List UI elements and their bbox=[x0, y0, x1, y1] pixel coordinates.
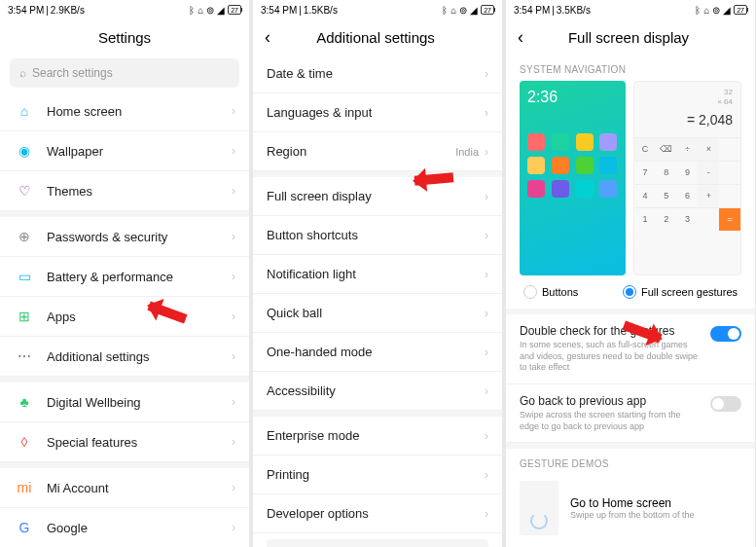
navigation-radio-group: Buttons Full screen gestures bbox=[506, 275, 755, 309]
chevron-right-icon: › bbox=[485, 106, 488, 120]
item-label: Google bbox=[47, 521, 232, 535]
back-button[interactable]: ‹ bbox=[265, 27, 270, 48]
app-icon bbox=[599, 157, 617, 174]
demo-title: Go to Home screen bbox=[570, 496, 695, 510]
back-button[interactable]: ‹ bbox=[518, 27, 523, 48]
page-title: Full screen display bbox=[531, 29, 726, 46]
settings-item[interactable]: ⋯Additional settings› bbox=[0, 337, 249, 377]
cast-icon: ⌂ bbox=[703, 5, 709, 16]
chevron-right-icon: › bbox=[485, 384, 488, 398]
app-icon bbox=[552, 157, 569, 174]
chevron-right-icon: › bbox=[485, 307, 488, 320]
item-icon: ♣ bbox=[14, 394, 35, 410]
settings-item[interactable]: Enterprise mode› bbox=[253, 417, 502, 456]
wifi-icon: ⊚ bbox=[712, 5, 720, 16]
bluetooth-icon: ᛒ bbox=[189, 5, 195, 16]
settings-item[interactable]: ◉Wallpaper› bbox=[0, 131, 249, 171]
item-label: Full screen display bbox=[267, 189, 485, 203]
item-label: Special features bbox=[47, 435, 232, 450]
settings-item[interactable]: GGoogle› bbox=[0, 508, 249, 547]
radio-buttons[interactable]: Buttons bbox=[523, 285, 578, 299]
chevron-right-icon: › bbox=[232, 435, 235, 449]
chevron-right-icon: › bbox=[485, 268, 488, 281]
app-icon bbox=[527, 133, 545, 151]
signal-icon: ◢ bbox=[723, 5, 731, 16]
search-input[interactable]: ⌕ Search settings bbox=[10, 58, 239, 88]
radio-full-screen-gestures[interactable]: Full screen gestures bbox=[623, 285, 738, 299]
cast-icon: ⌂ bbox=[198, 5, 203, 16]
item-label: Apps bbox=[47, 310, 232, 324]
header: ‹ Full screen display bbox=[506, 19, 755, 55]
app-icon bbox=[552, 180, 569, 198]
chevron-right-icon: › bbox=[232, 521, 235, 534]
item-label: Wallpaper bbox=[47, 144, 232, 159]
settings-item[interactable]: Accessibility› bbox=[253, 372, 502, 411]
chevron-right-icon: › bbox=[485, 229, 488, 242]
demo-subtitle: Swipe up from the bottom of the bbox=[570, 510, 695, 520]
header: Settings bbox=[0, 19, 249, 55]
setting-title: Double check for the gestures bbox=[520, 324, 741, 338]
settings-item[interactable]: ⊕Passwords & security› bbox=[0, 217, 249, 257]
status-bar: 3:54 PM|3.5KB/s ᛒ⌂⊚◢27 bbox=[506, 0, 755, 19]
item-icon: ⊞ bbox=[14, 309, 35, 324]
cast-icon: ⌂ bbox=[450, 5, 456, 16]
settings-item[interactable]: Languages & input› bbox=[253, 93, 502, 132]
settings-item[interactable]: Full screen display› bbox=[253, 177, 502, 216]
app-icon bbox=[527, 157, 545, 174]
page-title: Settings bbox=[12, 29, 237, 46]
buttons-preview[interactable]: 2:36 bbox=[520, 81, 626, 275]
wifi-icon: ⊚ bbox=[459, 5, 467, 16]
item-icon: ♡ bbox=[14, 183, 35, 199]
chevron-right-icon: › bbox=[232, 270, 235, 283]
item-label: Additional settings bbox=[47, 349, 232, 364]
settings-item[interactable]: Developer options› bbox=[253, 494, 502, 533]
settings-item[interactable]: Button shortcuts› bbox=[253, 216, 502, 255]
wifi-icon: ⊚ bbox=[206, 5, 214, 16]
item-label: Notification light bbox=[267, 267, 485, 281]
settings-item[interactable]: Notification light› bbox=[253, 255, 502, 294]
settings-item[interactable]: One-handed mode› bbox=[253, 333, 502, 372]
app-icon bbox=[552, 133, 569, 151]
item-label: Printing bbox=[267, 467, 485, 482]
item-label: One-handed mode bbox=[267, 345, 485, 359]
settings-item[interactable]: ♡Themes› bbox=[0, 171, 249, 211]
navigation-preview-row: 2:36 32× 64 = 2,048 C⌫÷× 789- 456+ 123 = bbox=[506, 81, 755, 275]
item-icon: ⌂ bbox=[14, 103, 35, 119]
battery-icon: 27 bbox=[481, 5, 494, 15]
item-label: Battery & performance bbox=[47, 270, 232, 284]
gestures-preview[interactable]: 32× 64 = 2,048 C⌫÷× 789- 456+ 123 = bbox=[633, 81, 741, 275]
page-title: Additional settings bbox=[278, 29, 473, 46]
chevron-right-icon: › bbox=[485, 429, 488, 443]
settings-item[interactable]: Date & time› bbox=[253, 55, 502, 93]
settings-item[interactable]: miMi Account› bbox=[0, 468, 249, 508]
setting-subtitle: Swipe across the screen starting from th… bbox=[520, 410, 741, 432]
settings-item[interactable]: RegionIndia› bbox=[253, 132, 502, 171]
radio-icon bbox=[623, 285, 636, 299]
chevron-right-icon: › bbox=[232, 230, 235, 243]
bluetooth-icon: ᛒ bbox=[442, 5, 448, 16]
chevron-right-icon: › bbox=[485, 145, 488, 159]
settings-item[interactable]: ◊Special features› bbox=[0, 422, 249, 462]
item-value: India bbox=[455, 146, 479, 158]
item-label: Home screen bbox=[47, 104, 232, 119]
settings-item[interactable]: Printing› bbox=[253, 456, 502, 494]
settings-item[interactable]: ⊞Apps› bbox=[0, 297, 249, 337]
chevron-right-icon: › bbox=[232, 481, 235, 494]
toggle-switch[interactable] bbox=[710, 326, 741, 342]
header: ‹ Additional settings bbox=[253, 19, 502, 55]
toggle-switch[interactable] bbox=[710, 396, 741, 412]
settings-item[interactable]: ▭Battery & performance› bbox=[0, 257, 249, 297]
settings-item[interactable]: ⌂Home screen› bbox=[0, 91, 249, 131]
item-icon: G bbox=[14, 520, 35, 535]
settings-item[interactable]: Quick ball› bbox=[253, 294, 502, 333]
item-label: Digital Wellbeing bbox=[47, 395, 232, 410]
gesture-demo-item[interactable]: Go to Home screen Swipe up from the bott… bbox=[520, 481, 741, 535]
demo-thumbnail bbox=[520, 481, 558, 535]
settings-item[interactable]: ♣Digital Wellbeing› bbox=[0, 383, 249, 422]
item-icon: ⊕ bbox=[14, 229, 35, 244]
item-label: Passwords & security bbox=[47, 230, 232, 244]
bluetooth-icon: ᛒ bbox=[695, 5, 701, 16]
setting-subtitle: In some scenes, such as full-screen game… bbox=[520, 340, 741, 374]
item-icon: mi bbox=[14, 480, 35, 495]
signal-icon: ◢ bbox=[470, 5, 478, 16]
